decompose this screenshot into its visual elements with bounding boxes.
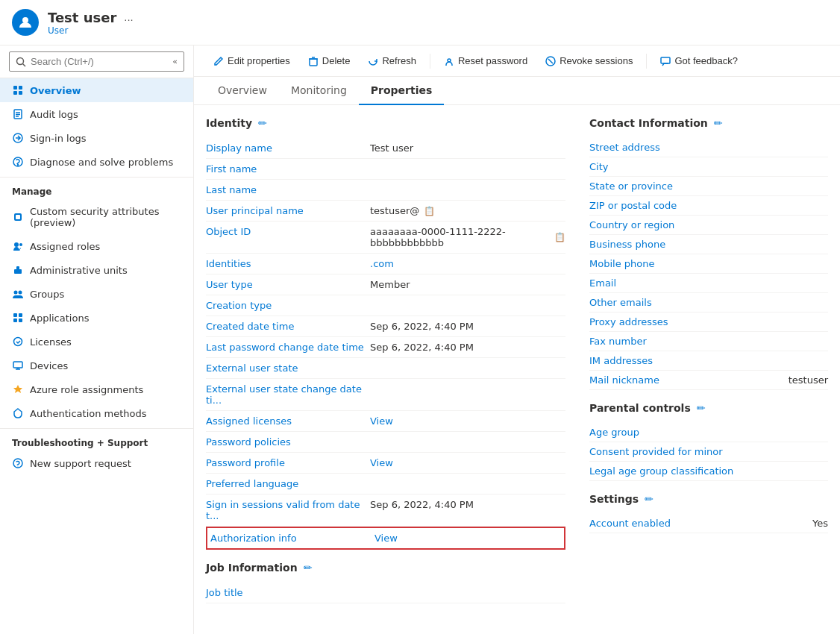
audit-icon <box>12 108 24 120</box>
tabs-container: Overview Monitoring Properties <box>194 77 840 105</box>
auth-info-link[interactable]: View <box>374 533 398 544</box>
sidebar-label: Audit logs <box>30 109 78 120</box>
svg-rect-4 <box>19 86 22 90</box>
svg-line-2 <box>23 63 26 66</box>
sidebar-item-custom-security[interactable]: Custom security attributes (preview) <box>0 200 193 234</box>
sidebar-item-groups[interactable]: Groups <box>0 282 193 306</box>
contact-row-street: Street address <box>589 138 828 157</box>
contact-label: State or province <box>589 181 828 192</box>
sidebar-item-audit-logs[interactable]: Audit logs <box>0 102 193 126</box>
reset-password-button[interactable]: Reset password <box>436 51 535 70</box>
revoke-icon <box>545 56 556 66</box>
sidebar-label: Custom security attributes (preview) <box>30 206 181 228</box>
custom-security-icon <box>12 211 24 223</box>
contact-edit-icon[interactable]: ✏ <box>714 117 723 129</box>
tab-properties[interactable]: Properties <box>359 77 445 105</box>
property-row-created-date: Created date time Sep 6, 2022, 4:40 PM <box>206 316 565 337</box>
edit-properties-button[interactable]: Edit properties <box>206 51 298 70</box>
contact-label: IM addresses <box>589 355 828 366</box>
sidebar-item-devices[interactable]: Devices <box>0 354 193 377</box>
job-edit-icon[interactable]: ✏ <box>304 562 313 574</box>
identity-edit-icon[interactable]: ✏ <box>258 117 267 129</box>
tab-overview[interactable]: Overview <box>206 77 279 105</box>
prop-label: Preferred language <box>206 478 370 489</box>
contact-label: ZIP or postal code <box>589 200 828 211</box>
tab-monitoring[interactable]: Monitoring <box>279 77 359 105</box>
parental-section-header: Parental controls ✏ <box>589 402 828 414</box>
sidebar-item-azure-roles[interactable]: Azure role assignments <box>0 377 193 401</box>
contact-label: Fax number <box>589 336 828 347</box>
prop-label: Sign in sessions valid from date t... <box>206 499 370 521</box>
sidebar-item-new-support[interactable]: New support request <box>0 451 193 475</box>
got-feedback-button[interactable]: Got feedback? <box>653 51 745 70</box>
contact-row-mail-nickname: Mail nickname testuser <box>589 371 828 390</box>
sidebar-label: Groups <box>30 289 64 300</box>
identities-link[interactable]: .com <box>370 258 394 269</box>
avatar <box>12 9 39 36</box>
sidebar-label: New support request <box>30 458 131 469</box>
sidebar-item-licenses[interactable]: Licenses <box>0 330 193 354</box>
edit-icon <box>213 56 224 66</box>
parental-title: Parental controls <box>589 402 691 414</box>
svg-rect-27 <box>13 362 22 368</box>
parental-edit-icon[interactable]: ✏ <box>697 402 706 414</box>
revoke-sessions-button[interactable]: Revoke sessions <box>538 51 640 70</box>
prop-value: aaaaaaaa-0000-1111-2222-bbbbbbbbbbbb 📋 <box>370 226 565 248</box>
toolbar: Edit properties Delete Refresh <box>194 45 840 77</box>
delete-button[interactable]: Delete <box>301 51 358 70</box>
property-row-object-id: Object ID aaaaaaaa-0000-1111-2222-bbbbbb… <box>206 222 565 254</box>
applications-icon <box>12 312 24 324</box>
refresh-icon <box>368 56 378 66</box>
assigned-licenses-link[interactable]: View <box>370 415 393 427</box>
svg-line-37 <box>548 59 553 63</box>
svg-rect-32 <box>310 59 317 66</box>
refresh-button[interactable]: Refresh <box>360 51 424 70</box>
job-section-header: Job Information ✏ <box>206 562 565 574</box>
contact-label: Email <box>589 277 828 289</box>
collapse-button[interactable]: « <box>172 57 178 66</box>
property-row-upn: User principal name testuser@ 📋 <box>206 201 565 222</box>
property-row-first-name: First name <box>206 159 565 180</box>
prop-label: Created date time <box>206 321 370 332</box>
contact-value: Yes <box>812 518 828 529</box>
svg-point-0 <box>22 17 28 23</box>
admin-units-icon <box>12 264 24 276</box>
copy-objectid-icon[interactable]: 📋 <box>554 232 565 242</box>
pwd-profile-link[interactable]: View <box>370 457 393 468</box>
settings-edit-icon[interactable]: ✏ <box>645 493 653 505</box>
svg-rect-19 <box>16 266 19 270</box>
properties-content: Identity ✏ Display name Test user First … <box>194 105 840 615</box>
sidebar-item-overview[interactable]: Overview <box>0 78 193 102</box>
contact-row-country: Country or region <box>589 216 828 235</box>
prop-label: Identities <box>206 258 370 269</box>
search-input[interactable] <box>31 56 168 67</box>
contact-row-email: Email <box>589 274 828 293</box>
groups-icon <box>12 288 24 300</box>
svg-point-17 <box>19 243 22 246</box>
support-section-label: Troubleshooting + Support <box>0 428 193 451</box>
prop-value: Member <box>370 279 565 290</box>
more-button[interactable]: ... <box>124 12 133 23</box>
sidebar-item-diagnose[interactable]: Diagnose and solve problems <box>0 150 193 174</box>
property-row-pwd-policies: Password policies <box>206 432 565 453</box>
sidebar-item-auth-methods[interactable]: Authentication methods <box>0 401 193 425</box>
prop-value: View <box>370 457 565 468</box>
sidebar-item-assigned-roles[interactable]: Assigned roles <box>0 234 193 258</box>
sidebar-item-sign-in-logs[interactable]: Sign-in logs <box>0 126 193 150</box>
sidebar-item-applications[interactable]: Applications <box>0 306 193 330</box>
contact-row-zip: ZIP or postal code <box>589 196 828 216</box>
parental-row-consent: Consent provided for minor <box>589 442 828 462</box>
sidebar: « Overview <box>0 45 194 634</box>
contact-label: City <box>589 161 828 172</box>
identity-title: Identity <box>206 117 252 129</box>
sidebar-item-admin-units[interactable]: Administrative units <box>0 258 193 282</box>
copy-upn-icon[interactable]: 📋 <box>424 206 435 216</box>
svg-rect-6 <box>19 91 22 95</box>
svg-rect-22 <box>13 313 17 317</box>
settings-title: Settings <box>589 493 639 505</box>
search-icon <box>16 57 26 67</box>
svg-point-20 <box>14 291 18 295</box>
prop-label: User type <box>206 279 370 290</box>
page-header: Test user ... User <box>0 0 840 45</box>
property-row-ext-state-change: External user state change date ti... <box>206 379 565 411</box>
